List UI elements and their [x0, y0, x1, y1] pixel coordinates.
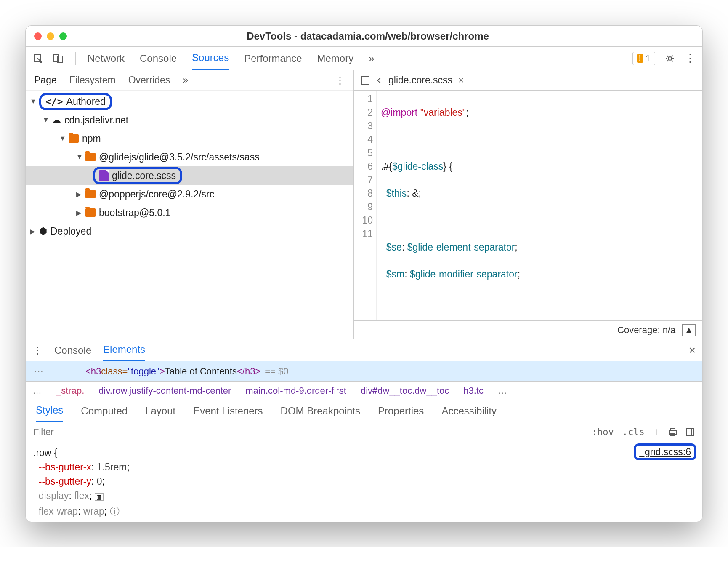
tree-bootstrap[interactable]: bootstrap@5.0.1: [26, 203, 353, 222]
line-gutter: 1 2 3 4 5 6 7 8 9 10 11: [354, 91, 377, 320]
issues-badge[interactable]: ! 1: [632, 52, 655, 65]
npm-label: npm: [82, 133, 101, 144]
source-link[interactable]: _grid.scss:6: [634, 445, 696, 459]
collapse-icon[interactable]: ▲: [682, 324, 696, 336]
crumb-more[interactable]: …: [498, 385, 507, 396]
main-toolbar: Network Console Sources Performance Memo…: [26, 47, 702, 70]
chevron-left-icon[interactable]: [376, 77, 383, 84]
sidebar-toggle-icon[interactable]: [361, 76, 370, 85]
cloud-icon: ☁: [52, 115, 61, 125]
subtab-overrides[interactable]: Overrides: [128, 75, 170, 86]
tree-popper[interactable]: @popperjs/core@2.9.2/src: [26, 185, 353, 203]
css-val: flex: [74, 490, 89, 501]
code-icon: </>: [45, 96, 63, 107]
code-editor[interactable]: 1 2 3 4 5 6 7 8 9 10 11 @import "variabl…: [354, 91, 702, 320]
tab-console[interactable]: Console: [140, 48, 177, 69]
svg-rect-9: [686, 428, 694, 436]
zoom-window-icon[interactable]: [59, 32, 67, 40]
css-prop: --bs-gutter-x: [39, 462, 91, 472]
gear-icon[interactable]: [664, 53, 675, 64]
drawer-tabs: ⋮ Console Elements ×: [26, 339, 702, 361]
css-val: 1.5rem: [97, 462, 127, 472]
dom-text: Table of Contents: [165, 366, 237, 377]
crumb-more[interactable]: …: [32, 385, 42, 396]
warning-icon: !: [637, 54, 643, 63]
tab-domb[interactable]: DOM Breakpoints: [281, 405, 360, 417]
devtools-window: DevTools - datacadamia.com/web/browser/c…: [25, 25, 703, 522]
tree-glide-file[interactable]: glide.core.scss: [26, 166, 353, 185]
chevron-down-icon: [43, 116, 48, 124]
folder-icon: [85, 208, 96, 217]
tab-events[interactable]: Event Listeners: [193, 405, 263, 417]
inspect-icon[interactable]: [32, 53, 43, 64]
print-icon[interactable]: [668, 427, 677, 437]
tab-computed[interactable]: Computed: [81, 405, 128, 417]
crumb[interactable]: div.row.justify-content-md-center: [98, 385, 231, 396]
dom-tag: </h3>: [237, 366, 260, 377]
line-number: 5: [354, 146, 373, 160]
svg-rect-7: [671, 429, 675, 431]
issues-count: 1: [646, 53, 651, 64]
tab-memory[interactable]: Memory: [317, 48, 354, 69]
svg-point-3: [668, 57, 672, 60]
dom-tag: >: [159, 366, 165, 377]
crumb[interactable]: h3.tc: [463, 385, 484, 396]
flex-icon[interactable]: ▦: [95, 493, 104, 501]
tree-deployed[interactable]: ⬢ Deployed: [26, 222, 353, 240]
folder-icon: [69, 134, 79, 143]
filter-input[interactable]: [33, 427, 583, 438]
device-icon[interactable]: [53, 53, 64, 64]
line-number: 9: [354, 200, 373, 213]
divider: [75, 52, 76, 65]
tab-more[interactable]: »: [369, 48, 374, 69]
kebab-icon[interactable]: ⋮: [32, 344, 43, 356]
drawer-tab-elements[interactable]: Elements: [103, 339, 145, 361]
add-rule-icon[interactable]: +: [653, 425, 659, 438]
editor-filename[interactable]: glide.core.scss: [388, 75, 452, 86]
close-icon[interactable]: ×: [458, 75, 464, 86]
crumb[interactable]: _strap.: [56, 385, 84, 396]
editor-tabbar: glide.core.scss ×: [354, 70, 702, 91]
coverage-bar: Coverage: n/a ▲: [354, 320, 702, 339]
css-prop: --bs-gutter-y: [39, 476, 91, 487]
close-icon[interactable]: ×: [689, 344, 696, 357]
tab-styles[interactable]: Styles: [36, 400, 63, 422]
crumb[interactable]: main.col-md-9.order-first: [245, 385, 346, 396]
drawer: ⋮ Console Elements × ⋯ <h3 class="toggle…: [26, 339, 702, 522]
subtab-filesystem[interactable]: Filesystem: [69, 75, 116, 86]
minimize-window-icon[interactable]: [47, 32, 54, 40]
kebab-icon[interactable]: ⋮: [335, 75, 345, 86]
popper-label: @popperjs/core@2.9.2/src: [99, 189, 214, 200]
kebab-icon[interactable]: ⋮: [685, 52, 696, 65]
tab-performance[interactable]: Performance: [244, 48, 302, 69]
panel-tabs: Network Console Sources Performance Memo…: [88, 47, 375, 70]
tab-sources[interactable]: Sources: [192, 47, 229, 70]
tree-cdn[interactable]: ☁ cdn.jsdelivr.net: [26, 111, 353, 129]
cls-button[interactable]: .cls: [622, 427, 645, 437]
tree-glide-path[interactable]: @glidejs/glide@3.5.2/src/assets/sass: [26, 148, 353, 166]
close-window-icon[interactable]: [34, 32, 42, 40]
sources-panel: Page Filesystem Overrides » ⋮ </> Author…: [26, 70, 702, 339]
code-content[interactable]: @import "variables"; .#{$glide-class} { …: [377, 91, 702, 320]
sidebar-toggle-icon[interactable]: [685, 427, 695, 437]
tab-layout[interactable]: Layout: [145, 405, 175, 417]
tab-a11y[interactable]: Accessibility: [441, 405, 497, 417]
tree-npm[interactable]: npm: [26, 129, 353, 148]
subtab-page[interactable]: Page: [34, 75, 57, 86]
navigator-tabs: Page Filesystem Overrides » ⋮: [26, 70, 353, 91]
info-icon[interactable]: ⓘ: [110, 506, 120, 517]
styles-pane[interactable]: _grid.scss:6 .row { --bs-gutter-x: 1.5re…: [26, 442, 702, 522]
drawer-tab-console[interactable]: Console: [54, 344, 91, 356]
coverage-label: Coverage: n/a: [617, 325, 675, 336]
tab-props[interactable]: Properties: [378, 405, 424, 417]
dom-row[interactable]: ⋯ <h3 class="toggle">Table of Contents</…: [26, 361, 702, 382]
hov-button[interactable]: :hov: [592, 427, 614, 437]
tree-authored[interactable]: </> Authored: [26, 92, 353, 111]
glidepath-label: @glidejs/glide@3.5.2/src/assets/sass: [99, 152, 260, 163]
subtab-more[interactable]: »: [183, 75, 188, 86]
chevron-down-icon: [30, 98, 36, 105]
file-tree: </> Authored ☁ cdn.jsdelivr.net npm: [26, 91, 353, 339]
crumb[interactable]: div#dw__toc.dw__toc: [361, 385, 449, 396]
tab-network[interactable]: Network: [88, 48, 125, 69]
folder-icon: [85, 190, 96, 198]
